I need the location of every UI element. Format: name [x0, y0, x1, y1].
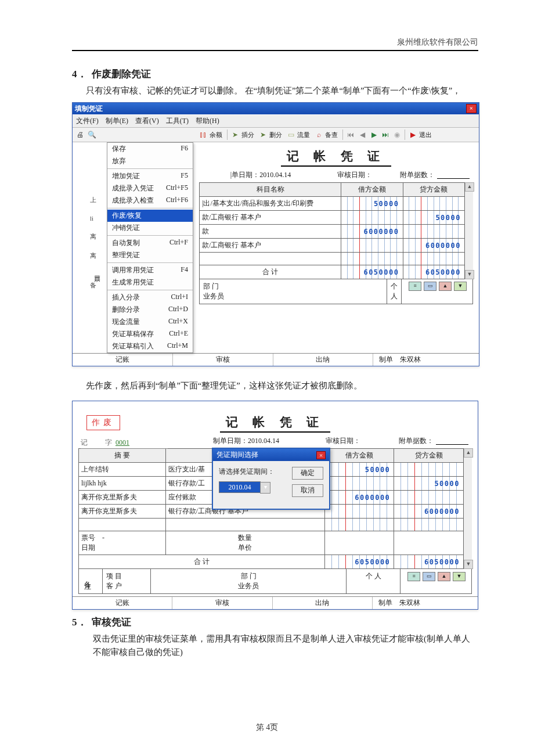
mi-add[interactable]: 增加凭证F5	[107, 170, 193, 182]
delete-icon[interactable]: ➤	[258, 129, 268, 140]
preview-icon[interactable]: 🔍	[86, 129, 97, 140]
mini-action-icons: ≡▭▲▼	[400, 569, 471, 593]
toolbar-sep	[227, 129, 228, 140]
make-date-label: |单日期：	[230, 171, 259, 179]
table-row[interactable]	[200, 253, 465, 265]
heading-5-text: 审核凭证	[92, 617, 131, 628]
find-label[interactable]: 备查	[325, 131, 338, 139]
total-row-sum: 合 计 6050000 6050000	[79, 555, 464, 569]
mi-reverse[interactable]: 冲销凭证	[107, 222, 193, 234]
modal-cancel-button[interactable]: 取消	[292, 484, 323, 497]
mi-cashflow[interactable]: 现金流量Ctrl+X	[107, 316, 193, 328]
menu-view[interactable]: 查看(V)	[135, 116, 159, 126]
mi-save[interactable]: 保存F6	[107, 143, 193, 155]
sb-cashier: 出纳	[273, 354, 374, 366]
table-row[interactable]: 款 6000000	[200, 225, 465, 239]
mini-icon-2[interactable]: ▭	[424, 282, 436, 291]
mi-call-fav[interactable]: 调用常用凭证F4	[107, 264, 193, 276]
table-row[interactable]: |出/基本支出/商品和服务支出/印刷费 50000	[200, 197, 465, 211]
make-date-label: 制单日期：	[213, 437, 248, 445]
exit-icon[interactable]: ▶	[407, 129, 418, 140]
mini-icon-3[interactable]: ▲	[438, 572, 450, 581]
mi-ins-entry[interactable]: 插入分录Ctrl+I	[107, 291, 193, 304]
heading-4-text: 作废删除凭证	[92, 69, 151, 80]
mini-icon-3[interactable]: ▲	[439, 282, 452, 291]
mi-batch-entry[interactable]: 成批录入凭证Ctrl+F5	[107, 182, 193, 195]
mini-icon-4[interactable]: ▼	[454, 282, 467, 291]
make-date-value: 2010.04.14	[259, 171, 291, 179]
void-stamp: 作废	[86, 415, 120, 430]
voucher-seq-number[interactable]: 0001	[116, 438, 129, 447]
modal-ok-button[interactable]: 确定	[292, 467, 323, 480]
sb-prep: 制单 朱双林	[373, 354, 479, 366]
window-close-button[interactable]: ×	[466, 104, 477, 113]
table-row[interactable]	[79, 519, 464, 531]
make-date-value: 2010.04.14	[248, 437, 279, 445]
toolbar-sep	[405, 129, 405, 140]
th-dr: 借方金额	[341, 183, 403, 197]
mi-discard[interactable]: 放弃	[107, 155, 193, 167]
th-desc: 摘 要	[79, 449, 166, 463]
paragraph-2: 先作废，然后再到“制单”下面“整理凭证”，这样这张凭证才被彻底删除。	[86, 379, 478, 393]
nav-last-icon[interactable]: ⏭	[380, 129, 391, 140]
voucher-footer: 备注 项 目 客 户 部 门 业务员 个 人 ≡▭▲▼	[78, 569, 472, 594]
mi-autocopy[interactable]: 自动复制Ctrl+F	[107, 237, 193, 249]
scroll-down-icon[interactable]: ▼	[465, 270, 474, 279]
mini-action-icons: ≡▭▲▼	[402, 279, 472, 304]
balance-label[interactable]: 余额	[210, 131, 222, 139]
nav-next-icon[interactable]: ▶	[369, 129, 379, 140]
total-row: 票号 - 日期 数量 单价	[79, 531, 464, 555]
th-cr: 贷方金额	[403, 183, 465, 197]
insert-icon[interactable]: ➤	[230, 129, 240, 140]
menu-make[interactable]: 制单(E)	[106, 116, 128, 126]
mini-icon-1[interactable]: ≡	[407, 572, 420, 581]
scroll-up-icon[interactable]: ▲	[464, 448, 473, 458]
person-label: 个 人	[387, 279, 402, 304]
mi-draft-load[interactable]: 凭证草稿引入Ctrl+M	[107, 340, 193, 352]
exit-label[interactable]: 退出	[419, 131, 432, 139]
delete-label[interactable]: 删分	[269, 131, 282, 139]
mi-draft-save[interactable]: 凭证草稿保存Ctrl+E	[107, 328, 193, 340]
dropdown-caret-icon[interactable]: ▾	[260, 482, 270, 494]
table-row[interactable]: 款/工商银行 基本户 50000	[200, 211, 465, 225]
mini-icon-1[interactable]: ≡	[409, 282, 421, 291]
company-header: 泉州维欣软件有限公司	[397, 37, 478, 48]
mini-icon-4[interactable]: ▼	[453, 572, 466, 581]
mi-gen-fav[interactable]: 生成常用凭证	[107, 276, 193, 289]
mini-icon-2[interactable]: ▭	[423, 572, 435, 581]
paragraph-3: 双击凭证里的审核凭证菜单，需用具有审核权限而且不是制单人进入审核凭证才能审核(制…	[93, 632, 478, 659]
table-row[interactable]: 款/工商银行 基本户 6000000	[200, 239, 465, 253]
sb-cashier: 出纳	[273, 597, 373, 609]
find-icon[interactable]: ⌕	[313, 129, 324, 140]
heading-5: 5．审核凭证	[72, 615, 478, 629]
nav-first-icon[interactable]: ⏮	[345, 129, 356, 140]
menu-tools[interactable]: 工具(T)	[166, 116, 189, 126]
print-icon[interactable]: 🖨	[75, 129, 85, 140]
table-scrollbar[interactable]: ▲ ▼	[464, 448, 472, 569]
doc-icon[interactable]: ▭	[286, 129, 296, 140]
modal-close-button[interactable]: ×	[316, 451, 326, 459]
paragraph-1: 只有没有审核、记帐的凭证才可以删除。 在“填制凭证”第二个菜单“制单”下面有一个…	[86, 84, 478, 98]
mi-clean[interactable]: 整理凭证	[107, 249, 193, 261]
period-field[interactable]: 2010.04 ▾	[219, 481, 261, 493]
mi-del-entry[interactable]: 删除分录Ctrl+D	[107, 304, 193, 316]
dept-label: 部 门	[203, 282, 219, 290]
period-select-modal: 凭证期间选择 × 请选择凭证期间： 2010.04 ▾ 确定 取消	[212, 448, 330, 510]
mi-void-restore[interactable]: 作废/恢复	[107, 210, 193, 222]
insert-label[interactable]: 插分	[241, 131, 254, 139]
voucher-area: 记 帐 凭 证 |单日期：2010.04.14 审核日期： 附单据数：	[193, 142, 479, 353]
chart-icon[interactable]: ⫿⫿	[198, 129, 208, 140]
menu-file[interactable]: 文件(F)	[76, 116, 99, 126]
table-scrollbar[interactable]: ▲ ▼	[465, 182, 473, 279]
menu-help[interactable]: 帮助(H)	[196, 116, 219, 126]
scroll-up-icon[interactable]: ▲	[465, 182, 474, 192]
sb-prep: 制单 朱双林	[373, 597, 478, 609]
help-icon[interactable]: ◉	[392, 129, 402, 140]
nav-prev-icon[interactable]: ◀	[357, 129, 367, 140]
scroll-down-icon[interactable]: ▼	[464, 560, 473, 569]
mi-batch-check[interactable]: 成批录入检查Ctrl+F6	[107, 195, 193, 207]
flow-label[interactable]: 流量	[297, 131, 310, 139]
status-bar: 记账 审核 出纳 制单 朱双林	[73, 596, 478, 609]
audit-date-label: 审核日期：	[337, 170, 372, 180]
voucher-footer: 部 门 业务员 个 人 ≡▭▲▼	[199, 279, 473, 304]
